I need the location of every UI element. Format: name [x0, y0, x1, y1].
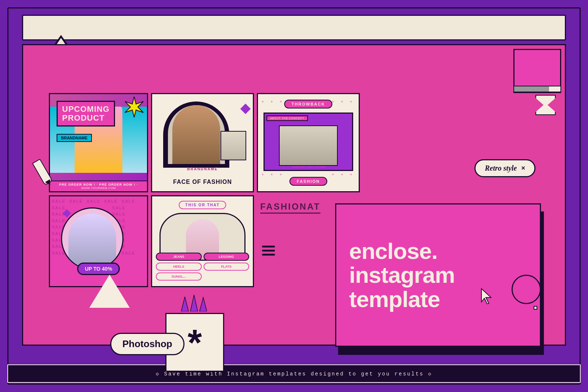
- card4-model-fig: [68, 214, 116, 269]
- card-face-of-fashion: BRANDNAME FACE OF FASHION: [151, 93, 254, 192]
- card1-bottom: PRE ORDER NOW ! · PRE ORDER NOW ! · WWW.…: [50, 181, 147, 191]
- card1-header: UPCOMING PRODUCT: [57, 101, 115, 126]
- card3-tag-top: THROWBACK: [284, 100, 332, 108]
- card2-small-img: [220, 131, 246, 160]
- promo-line2: instagram: [349, 263, 527, 287]
- h-line-3: [262, 254, 275, 256]
- card3-about-label: ABOUT THE CONCEPT: [266, 115, 308, 121]
- sale-line-1: SALE SALE SALE SALE SALE: [52, 198, 145, 205]
- top-bar: [22, 15, 566, 40]
- photoshop-button[interactable]: Photoshop: [110, 333, 184, 355]
- retro-tag-close[interactable]: ×: [521, 164, 525, 172]
- card2-arch-inner: [168, 105, 225, 164]
- card-upcoming-product: UPCOMING PRODUCT BRANDNAME PRE ORDER NOW…: [49, 93, 148, 192]
- card1-brand: BRANDNAME: [57, 134, 92, 142]
- h-line-1: [262, 246, 275, 247]
- bowtie-icon: [535, 95, 556, 115]
- card2-diamond: [240, 104, 251, 114]
- card5-btn-sungl[interactable]: SUNGL...: [156, 272, 202, 281]
- triangle-deco: [89, 275, 130, 308]
- circle-deco: [512, 275, 541, 304]
- card3-dots-bottom-left: + + +: [262, 172, 285, 177]
- asterisk-symbol: *: [188, 324, 202, 361]
- svg-marker-2: [181, 297, 189, 311]
- card-this-or-that: THIS OR THAT JEANS LEGGING HEELS FLATS S…: [151, 195, 254, 287]
- bottom-bar: ◇ Save time with Instagram templates des…: [7, 364, 581, 383]
- card2-small-model: [221, 132, 245, 160]
- deco-right-rect-bar: [513, 86, 561, 92]
- cursor-icon: [480, 288, 493, 304]
- card3-model-fig: [280, 126, 337, 165]
- promo-line1: enclose.: [349, 239, 527, 263]
- card3-model-box: [279, 125, 338, 166]
- card1-header-text: UPCOMING PRODUCT: [62, 105, 110, 122]
- svg-marker-0: [125, 97, 143, 117]
- card1-website: WWW.YOURWEB.COM: [51, 186, 146, 190]
- promo-box: enclose. instagram template: [335, 203, 541, 347]
- card-sale: SALE SALE SALE SALE SALE SALE SALE SALE …: [49, 195, 148, 287]
- card3-about-bottom: ABOUT THE CONCEPT: [291, 165, 326, 168]
- card3-tag-bottom: FASHION: [290, 177, 327, 186]
- card-throwback: THROWBACK + + + + + + ABOUT THE CONCEPT …: [257, 93, 360, 192]
- card1-preorder: PRE ORDER NOW ! · PRE ORDER NOW ! ·: [51, 183, 146, 186]
- card3-inner-frame: ABOUT THE CONCEPT ABOUT THE CONCEPT: [263, 113, 353, 171]
- card5-buttons: JEANS LEGGING HEELS FLATS SUNGL...: [156, 253, 249, 281]
- card2-title: FACE OF FASHION: [152, 179, 253, 185]
- card4-badge: UP TO 40%: [77, 263, 120, 275]
- h-line-2: [262, 250, 275, 252]
- card2-model-fig: [172, 105, 220, 164]
- card2-arch: [163, 101, 229, 168]
- spiky-deco: [123, 96, 145, 118]
- card2-brand: BRANDNAME: [152, 167, 253, 171]
- small-dot-deco: [534, 306, 537, 310]
- svg-marker-4: [200, 297, 207, 311]
- card5-btn-flats[interactable]: FLATS: [204, 263, 250, 271]
- card5-btn-heels[interactable]: HEELS: [156, 263, 202, 271]
- h-lines-deco: [262, 246, 275, 256]
- retro-tag-text: Retro style: [485, 164, 517, 172]
- card3-dots-top-left: + + +: [262, 100, 285, 104]
- card4-circle: [61, 207, 123, 270]
- card3-dots-bottom-right: + + +: [332, 172, 355, 177]
- retro-style-tag: Retro style ×: [474, 159, 535, 177]
- fashionat-text: FASHIONAT: [260, 202, 320, 214]
- deco-bar-fill: [514, 86, 549, 92]
- card5-header: THIS OR THAT: [179, 201, 226, 209]
- svg-marker-1: [481, 289, 491, 304]
- card3-dots-top-right: + + +: [332, 100, 355, 104]
- card5-btn-legging[interactable]: LEGGING: [204, 253, 250, 261]
- promo-line3: template: [349, 287, 527, 311]
- spike-deco-bottom: [178, 293, 207, 311]
- main-area: UPCOMING PRODUCT BRANDNAME PRE ORDER NOW…: [22, 44, 566, 346]
- card5-btn-jeans[interactable]: JEANS: [156, 253, 202, 261]
- svg-marker-3: [190, 295, 198, 311]
